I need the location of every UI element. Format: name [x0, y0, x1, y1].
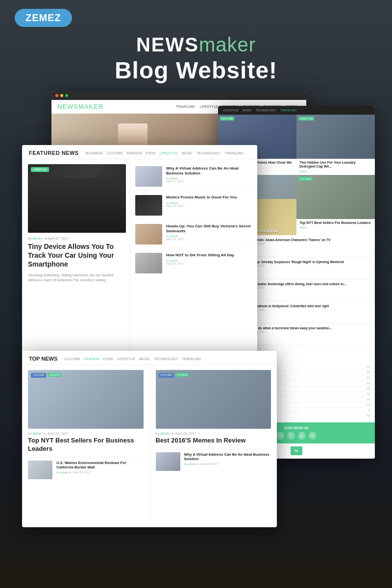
top-tag-culture-2: CULTURE: [159, 373, 174, 378]
right-caption-4: Top NYT Best Sellers For Business Leader…: [296, 219, 375, 231]
mini-title-1[interactable]: Why A Virtual Address Can Be An Ideal Bu…: [166, 166, 252, 175]
social-facebook[interactable]: f: [276, 432, 284, 440]
dot-yellow: [60, 94, 63, 97]
top-news-body: CULTURE FASHION by admin ● April 28, 201…: [22, 365, 277, 524]
mini-title-4[interactable]: How NOT to Die From Sitting All Day: [166, 253, 234, 258]
right-title-2: This Hidden Use For Your Laundry Deterge…: [299, 161, 372, 169]
top-article-title-2[interactable]: Best 2016'S Memes In Review: [156, 437, 271, 445]
mini-date-2: April 27, 2017: [166, 204, 237, 207]
car-interior-image: [28, 178, 126, 233]
mini-text-4: How NOT to Die From Sitting All Day by a…: [166, 253, 234, 273]
sub-meta-1: by admin ● April 28, 2017: [56, 471, 144, 474]
top-article-title-1[interactable]: Top NYT Best Sellers For Business Leader…: [28, 437, 144, 453]
top-news-col-1: CULTURE FASHION by admin ● April 28, 201…: [22, 365, 150, 524]
top-news-header: TOP NEWS CULTURE FASHION FOOD LIFESTYLE …: [22, 351, 277, 365]
main-article-title[interactable]: Tiny Device Allows You To Track Your Car…: [28, 242, 124, 269]
sidebar-text-4: Conversations in Hollywood: Celebrities …: [245, 304, 329, 320]
mini-img-4: [135, 253, 162, 273]
site-logo-small: NEWSmaker: [57, 103, 103, 110]
zemez-logo[interactable]: ZEMEZ: [15, 9, 72, 27]
sidebar-text-2: Girls Trip: Already Surpasses 'Rough Nig…: [245, 260, 344, 276]
top-tag-pair-1: CULTURE FASHION: [31, 373, 61, 378]
sub-article-row-2: Why A Virtual Address Can Be An Ideal Bu…: [156, 449, 271, 471]
sidebar-title-4: Conversations in Hollywood: Celebrities …: [245, 304, 329, 308]
mini-img-3: [135, 224, 162, 245]
browser-bar-back: [51, 91, 306, 100]
mini-article-4: How NOT to Die From Sitting All Day by a…: [135, 250, 252, 276]
title-area: NEWSmaker Blog Website!: [115, 34, 277, 84]
sub-thumb-2: [156, 452, 180, 471]
top-tag-culture-1: CULTURE: [31, 373, 46, 378]
sub-meta-2: by admin ● April 28, 2017: [184, 463, 271, 466]
headline-light: maker: [199, 34, 256, 55]
card-featured: FEATURED NEWS BUSINESS CULTURE FASHION F…: [22, 145, 257, 380]
mini-date-4: April 27, 2017: [166, 262, 234, 265]
top-tag-fashion-1: FASHION: [48, 373, 61, 377]
featured-header: FEATURED NEWS BUSINESS CULTURE FASHION F…: [22, 145, 257, 159]
social-google[interactable]: g: [298, 432, 306, 440]
top-article-meta-2: by admin ● April 28, 2017: [156, 432, 271, 435]
top-tag-fashion-2: FASHION: [175, 373, 189, 377]
right-title-4: Top NYT Best Sellers For Business Leader…: [299, 221, 372, 225]
top-article-meta-1: by admin ● April 28, 2017: [28, 432, 144, 435]
dot-green: [65, 94, 68, 97]
mini-text-2: Medics Proves Music Is Good For You by a…: [166, 195, 237, 216]
sidebar-meta-2: January 18, 2016: [245, 264, 344, 267]
mini-title-2[interactable]: Medics Proves Music Is Good For You: [166, 195, 237, 200]
sidebar-meta-3: January 18, 2016: [245, 286, 346, 289]
featured-right: Why A Virtual Address Can Be An Ideal Bu…: [130, 159, 257, 377]
social-linkedin[interactable]: in: [309, 432, 317, 440]
sidebar-text-1: Study Finds: Asian-American Characters '…: [245, 238, 330, 254]
main-article-excerpt: Stunning testimony: Voting machines can …: [28, 273, 124, 283]
right-tag-1: CULTURE: [220, 117, 234, 121]
top-article-img-1: CULTURE FASHION: [28, 370, 144, 429]
sub-thumb-1: [28, 461, 52, 479]
sidebar-meta-5: January 18, 2016: [245, 330, 332, 333]
sidebar-title-2: Girls Trip: Already Surpasses 'Rough Nig…: [245, 260, 344, 264]
right-tag-4: CULTURE: [298, 177, 313, 181]
mini-article-2: Medics Proves Music Is Good For You by a…: [135, 192, 252, 219]
sub-title-2[interactable]: Why A Virtual Address Can Be An Ideal Bu…: [184, 452, 271, 461]
featured-nav: BUSINESS CULTURE FASHION FOOD LIFESTYLE …: [86, 151, 244, 155]
featured-left: LIFESTYLE by admin ● April 27, 2017 Tiny…: [22, 159, 130, 377]
sidebar-text-5: What to do when a hurricane blows away y…: [245, 326, 332, 342]
right-article-4: CULTURE Top NYT Best Sellers For Busines…: [296, 175, 375, 235]
featured-body: LIFESTYLE by admin ● April 27, 2017 Tiny…: [22, 159, 257, 377]
social-twitter[interactable]: t: [287, 432, 295, 440]
sub-article-row-1: U.S. Waives Environmental Reviews For Ca…: [28, 457, 144, 479]
right-article-2: LIFESTYLE This Hidden Use For Your Laund…: [296, 115, 375, 175]
main-article-image: LIFESTYLE: [28, 164, 126, 233]
sidebar-title-3: Urban Alaska: Anchorage offers dining, b…: [245, 282, 346, 286]
mockup-container: NEWSmaker TRAVELING LIFESTYLE FASHION CU…: [12, 91, 380, 532]
main-article-meta: by admin ● April 27, 2017: [28, 237, 124, 240]
headline-bold: NEWS: [136, 34, 199, 55]
top-news-col-2: CULTURE FASHION by admin ● April 28, 201…: [150, 365, 277, 524]
top-tag-pair-2: CULTURE FASHION: [159, 373, 189, 378]
sidebar-title-5: What to do when a hurricane blows away y…: [245, 326, 332, 330]
right-tag-2: LIFESTYLE: [298, 117, 314, 121]
mini-img-1: [135, 166, 162, 187]
top-news-nav: CULTURE FASHION FOOD LIFESTYLE MUSIC TEC…: [64, 357, 201, 361]
sidebar-title-1: Study Finds: Asian-American Characters '…: [245, 238, 330, 242]
sidebar-text-3: Urban Alaska: Anchorage offers dining, b…: [245, 282, 346, 298]
sub-title-1[interactable]: U.S. Waives Environmental Reviews For Ca…: [56, 461, 144, 469]
top-news-section-title: TOP NEWS: [29, 356, 57, 362]
right-panel-header: LIFESTYLE MUSIC TECHNOLOGY TRAVELING: [218, 106, 375, 115]
sub-text-2: Why A Virtual Address Can Be An Ideal Bu…: [184, 452, 271, 471]
dot-red: [55, 94, 58, 97]
mini-title-3[interactable]: Heads-Up: You Can Still Buy Victoria's S…: [166, 224, 252, 233]
right-meta-4: admin: [299, 226, 372, 229]
sidebar-meta-1: January 18, 2016: [245, 242, 330, 245]
email-icon[interactable]: ✉: [291, 446, 302, 455]
mini-img-2: [135, 195, 162, 216]
sidebar-meta-4: January 18, 2016: [245, 308, 329, 311]
sub-text-1: U.S. Waives Environmental Reviews For Ca…: [56, 461, 144, 479]
right-caption-2: This Hidden Use For Your Laundry Deterge…: [296, 159, 375, 175]
mini-article-3: Heads-Up: You Can Still Buy Victoria's S…: [135, 221, 252, 248]
right-img-4: CULTURE: [296, 175, 375, 219]
mini-date-1: April 27, 2017: [166, 180, 252, 183]
right-meta-2: admin: [299, 170, 372, 173]
mini-text-1: Why A Virtual Address Can Be An Ideal Bu…: [166, 166, 252, 187]
mini-text-3: Heads-Up: You Can Still Buy Victoria's S…: [166, 224, 252, 245]
main-article-tag: LIFESTYLE: [31, 167, 49, 172]
